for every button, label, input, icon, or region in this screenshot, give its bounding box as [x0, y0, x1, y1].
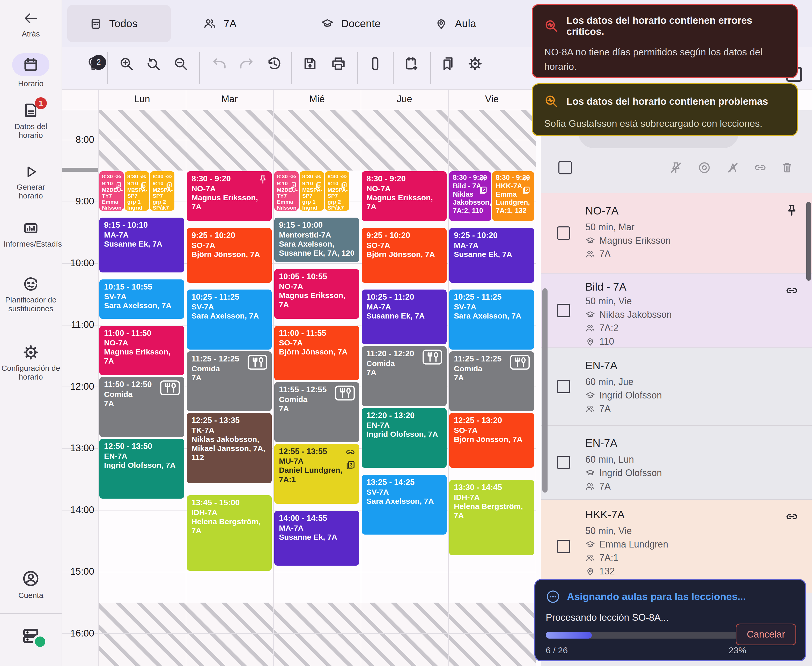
- calendar-event[interactable]: 12:55 - 13:55MU-7ADaniel Lundgren, 7A:13: [274, 444, 359, 504]
- meal-icon: [159, 380, 181, 396]
- calendar-event[interactable]: 9:15 - 10:10MA-7ASusanne Ek, 7A: [99, 218, 184, 272]
- clear-format-button[interactable]: [726, 161, 739, 175]
- calendar-event[interactable]: 10:15 - 10:55SV-7ASara Axelsson, 7A: [99, 279, 184, 319]
- error-toast[interactable]: Los datos del horario contienen errores …: [532, 4, 798, 78]
- sidebar-item-cuenta[interactable]: Cuenta: [0, 569, 61, 600]
- calendar-event[interactable]: 10:05 - 10:55NO-7AMagnus Eriksson, 7A: [274, 269, 359, 319]
- lesson-checkbox[interactable]: [557, 456, 570, 469]
- calendar-event[interactable]: 11:50 - 12:50Comida7A: [99, 377, 184, 437]
- lesson-group: 7A:1: [599, 552, 619, 563]
- copies-icon: 1: [340, 181, 347, 188]
- bookmarks-button[interactable]: [440, 56, 456, 71]
- server-status-button[interactable]: [0, 626, 61, 646]
- select-all-checkbox[interactable]: [558, 161, 572, 175]
- svg-text:1: 1: [144, 183, 145, 186]
- calendar-event[interactable]: 9:25 - 10:20SO-7ABjörn Jönsson, 7A: [362, 228, 447, 283]
- calendar-event[interactable]: 12:25 - 13:20SO-7ABjörn Jönsson, 7A: [449, 413, 534, 468]
- calendar-event[interactable]: 10:25 - 11:20MA-7ASusanne Ek, 7A: [362, 290, 447, 345]
- event-sub: SPåk7 grp 2: [328, 204, 347, 211]
- tab-docente[interactable]: Docente: [310, 0, 391, 47]
- calendar-event[interactable]: 8:30 - 9:10M2SPA-SP7 grp 2SPåk7 grp 21: [325, 171, 349, 211]
- warning-toast[interactable]: Los datos del horario contienen problema…: [532, 83, 798, 136]
- zoom-reset-button[interactable]: [145, 56, 161, 71]
- link-icon: [479, 175, 487, 183]
- panel-scrollbar[interactable]: [806, 202, 811, 281]
- sidebar-item-datos[interactable]: 1 Datos del horario: [0, 101, 61, 140]
- event-sub: Sara Axelsson, 7A: [454, 311, 530, 320]
- lesson-checkbox[interactable]: [557, 304, 570, 317]
- print-button[interactable]: [331, 56, 346, 71]
- back-button[interactable]: Atrás: [0, 10, 61, 38]
- settings-button[interactable]: [467, 56, 483, 71]
- zoom-in-button[interactable]: [119, 56, 134, 71]
- visibility-button[interactable]: [698, 161, 711, 175]
- sidebar-item-configuracion[interactable]: Configuración de horario: [0, 344, 61, 381]
- calendar-event[interactable]: 11:55 - 12:55Comida7A: [274, 382, 359, 442]
- copies-icon: 1: [115, 181, 122, 188]
- unpin-button[interactable]: [669, 161, 683, 175]
- tab-class-7a[interactable]: 7A: [193, 0, 247, 47]
- sidebar-item-generar[interactable]: Generar horario: [0, 164, 61, 200]
- lesson-checkbox[interactable]: [557, 226, 570, 240]
- sidebar-item-informes[interactable]: Informes/Estadísticas: [0, 220, 61, 248]
- calendar-event[interactable]: 8:30 - 9:10M2SPA-SP7 grp 1Ingrid Olofsso…: [125, 171, 149, 211]
- calendar-event[interactable]: 13:25 - 14:25SV-7ASara Axelsson, 7A: [362, 475, 447, 535]
- calendar-event[interactable]: 12:20 - 13:20EN-7AIngrid Olofsson, 7A: [362, 408, 447, 468]
- calendar-event[interactable]: 13:30 - 14:45IDH-7AHelena Bergström, 7A: [449, 480, 534, 555]
- event-title: M2DEU-TY7: [102, 187, 121, 199]
- undo-button[interactable]: [212, 56, 227, 71]
- event-title: NO-7A: [191, 184, 267, 193]
- calendar-event[interactable]: 8:30 - 9:10M2DEU-TY7Emma Nilsson, TYåk71: [99, 171, 124, 211]
- calendar-event[interactable]: 12:25 - 13:35TK-7ANiklas Jakobsson, Mika…: [187, 413, 272, 483]
- event-title: NO-7A: [279, 282, 355, 291]
- calendar-scrollbar[interactable]: [542, 288, 548, 493]
- lesson-card[interactable]: EN-7A 60 min, Jue Ingrid Olofsson 7A: [541, 348, 812, 425]
- hour-gridline: [62, 572, 536, 572]
- tab-todos[interactable]: Todos: [79, 0, 148, 47]
- calendar-event[interactable]: 11:25 - 12:25Comida7A: [449, 351, 534, 411]
- graduation-cap-icon: [585, 310, 595, 320]
- calendar-event[interactable]: 12:50 - 13:50EN-7AIngrid Olofsson, 7A: [99, 439, 184, 499]
- redo-button[interactable]: [239, 56, 254, 71]
- calendar-event[interactable]: 8:30 - 9:10M2SPA-SP7 grp 2SPåk7 grp 21: [150, 171, 174, 211]
- calendar-event[interactable]: 8:30 - 9:10M2DEU-TY7Emma Nilsson, TYåk71: [274, 171, 299, 211]
- lesson-card[interactable]: EN-7A 60 min, Lun Ingrid Olofsson 7A: [541, 425, 812, 499]
- lesson-checkbox[interactable]: [557, 380, 570, 393]
- tab-aula[interactable]: Aula: [424, 0, 487, 47]
- calendar-event[interactable]: 8:30 - 9:10M2SPA-SP7 grp 1Ingrid Olofsso…: [300, 171, 324, 211]
- add-event-button[interactable]: [403, 56, 419, 71]
- calendar-event[interactable]: 13:45 - 15:00IDH-7AHelena Bergström, 7A: [187, 495, 272, 570]
- link-button[interactable]: [754, 161, 767, 175]
- calendar-event[interactable]: 11:00 - 11:55SO-7ABjörn Jönsson, 7A: [274, 326, 359, 381]
- calendar-event[interactable]: 8:30 - 9:20NO-7AMagnus Eriksson, 7A: [187, 171, 272, 221]
- calendar-event[interactable]: 11:00 - 11:50NO-7AMagnus Eriksson, 7A: [99, 326, 184, 376]
- sidebar-item-horario[interactable]: Horario: [0, 53, 61, 88]
- delete-button[interactable]: [781, 161, 794, 175]
- sidebar-item-sustituciones[interactable]: Planificador de sustituciones: [0, 276, 61, 313]
- zoom-in-icon: [119, 56, 134, 71]
- calendar-event[interactable]: 8:30 - 9:20Bild - 7ANiklas Jakobsson, 7A…: [449, 171, 491, 221]
- event-title: SV-7A: [454, 302, 530, 311]
- calendar-event[interactable]: 10:25 - 11:25SV-7ASara Axelsson, 7A: [187, 290, 272, 349]
- calendar-event[interactable]: 11:20 - 12:20Comida7A: [362, 346, 447, 406]
- calendar-event[interactable]: 8:30 - 9:20NO-7AMagnus Eriksson, 7A: [362, 171, 447, 221]
- zoom-out-button[interactable]: [173, 56, 188, 71]
- history-button[interactable]: [267, 56, 282, 71]
- location-pin-icon: [435, 17, 448, 30]
- phone-icon: [368, 56, 383, 71]
- calendar-event[interactable]: 9:25 - 10:20SO-7ABjörn Jönsson, 7A: [187, 228, 272, 283]
- mobile-view-button[interactable]: [368, 56, 383, 71]
- calendar-event[interactable]: 9:25 - 10:20MA-7ASusanne Ek, 7A: [449, 228, 534, 283]
- calendar-event[interactable]: 11:25 - 12:25Comida7A: [187, 351, 272, 411]
- calendar-event[interactable]: 10:25 - 11:25SV-7ASara Axelsson, 7A: [449, 290, 534, 349]
- toolbar-divider: [107, 52, 108, 84]
- lesson-checkbox[interactable]: [557, 540, 570, 553]
- save-button[interactable]: [302, 56, 318, 71]
- event-icons: 1: [340, 173, 347, 188]
- calendar-event[interactable]: 14:00 - 14:55MA-7ASusanne Ek, 7A: [274, 511, 359, 565]
- cancel-button[interactable]: Cancelar: [736, 623, 796, 645]
- lesson-card[interactable]: NO-7A 50 min, Mar Magnus Eriksson 7A: [541, 193, 812, 274]
- calendar-event[interactable]: 8:30 - 9:20HKK-7AEmma Lundgren, 7A:1, 13…: [492, 171, 534, 221]
- calendar-event[interactable]: 9:15 - 10:00Mentorstid-7ASara Axelsson, …: [274, 218, 359, 262]
- lesson-card[interactable]: Bild - 7A 50 min, Vie Niklas Jakobsson 7…: [541, 274, 812, 348]
